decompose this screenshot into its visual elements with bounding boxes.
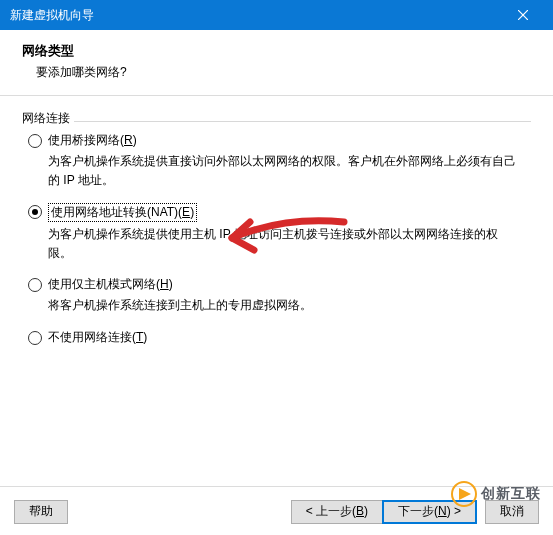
radio-none-label[interactable]: 不使用网络连接(T) — [48, 329, 147, 346]
group-divider — [74, 121, 531, 122]
next-button[interactable]: 下一步(N) > — [382, 500, 477, 524]
group-label-network: 网络连接 — [22, 110, 531, 127]
back-button[interactable]: < 上一步(B) — [291, 500, 383, 524]
option-hostonly[interactable]: 使用仅主机模式网络(H) — [28, 276, 531, 293]
desc-bridged: 为客户机操作系统提供直接访问外部以太网网络的权限。客户机在外部网络上必须有自己的… — [48, 152, 521, 189]
close-icon — [518, 10, 528, 20]
radio-hostonly[interactable] — [28, 278, 42, 292]
page-title: 网络类型 — [22, 42, 531, 60]
close-button[interactable] — [503, 0, 543, 30]
desc-nat: 为客户机操作系统提供使用主机 IP 地址访问主机拨号连接或外部以太网网络连接的权… — [48, 225, 521, 262]
desc-hostonly: 将客户机操作系统连接到主机上的专用虚拟网络。 — [48, 296, 521, 315]
window-title: 新建虚拟机向导 — [10, 0, 94, 30]
option-none[interactable]: 不使用网络连接(T) — [28, 329, 531, 346]
titlebar: 新建虚拟机向导 — [0, 0, 553, 30]
radio-bridged[interactable] — [28, 134, 42, 148]
wizard-header: 网络类型 要添加哪类网络? — [0, 30, 553, 96]
option-bridged[interactable]: 使用桥接网络(R) — [28, 132, 531, 149]
radio-nat-label[interactable]: 使用网络地址转换(NAT)(E) — [48, 203, 197, 222]
content-area: 网络连接 使用桥接网络(R) 为客户机操作系统提供直接访问外部以太网网络的权限。… — [0, 96, 553, 486]
radio-none[interactable] — [28, 331, 42, 345]
nav-button-group: < 上一步(B) 下一步(N) > — [291, 500, 477, 524]
option-nat[interactable]: 使用网络地址转换(NAT)(E) — [28, 203, 531, 222]
page-subtitle: 要添加哪类网络? — [22, 64, 531, 81]
cancel-button[interactable]: 取消 — [485, 500, 539, 524]
radio-bridged-label[interactable]: 使用桥接网络(R) — [48, 132, 137, 149]
help-button[interactable]: 帮助 — [14, 500, 68, 524]
footer: 帮助 < 上一步(B) 下一步(N) > 取消 — [0, 486, 553, 535]
radio-hostonly-label[interactable]: 使用仅主机模式网络(H) — [48, 276, 173, 293]
radio-nat[interactable] — [28, 205, 42, 219]
